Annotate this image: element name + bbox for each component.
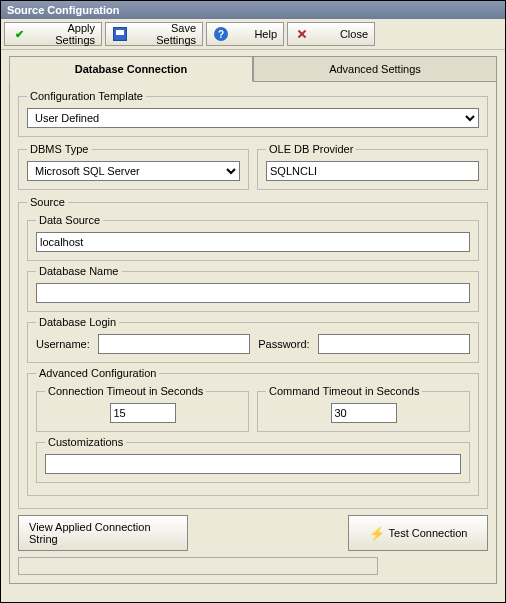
tab-advanced-settings[interactable]: Advanced Settings: [253, 56, 497, 82]
test-connection-button[interactable]: ⚡ Test Connection: [348, 515, 488, 551]
database-name-input[interactable]: [36, 283, 470, 303]
command-timeout-legend: Command Timeout in Seconds: [266, 385, 422, 397]
tab-strip: Database Connection Advanced Settings: [1, 56, 505, 82]
save-settings-button[interactable]: Save Settings: [105, 22, 203, 46]
ole-provider-legend: OLE DB Provider: [266, 143, 356, 155]
dbms-type-group: DBMS Type Microsoft SQL Server: [18, 143, 249, 190]
window-root: Source Configuration ✔ Apply Settings Sa…: [0, 0, 506, 603]
tab-database-connection-label: Database Connection: [75, 63, 187, 75]
view-connection-string-label: View Applied Connection String: [29, 521, 177, 545]
bottom-button-row: View Applied Connection String ⚡ Test Co…: [18, 515, 488, 551]
data-source-group: Data Source: [27, 214, 479, 261]
close-icon: [294, 26, 310, 42]
connection-timeout-group: Connection Timeout in Seconds: [36, 385, 249, 432]
customizations-legend: Customizations: [45, 436, 126, 448]
tab-panel: Configuration Template User Defined DBMS…: [9, 82, 497, 584]
close-label: Close: [314, 28, 368, 40]
database-login-group: Database Login Username: Password:: [27, 316, 479, 363]
configuration-template-select[interactable]: User Defined: [27, 108, 479, 128]
command-timeout-input[interactable]: [331, 403, 397, 423]
spacer: [196, 515, 340, 551]
window-title: Source Configuration: [1, 1, 505, 19]
help-icon: ?: [213, 26, 229, 42]
source-legend: Source: [27, 196, 68, 208]
status-box: [18, 557, 378, 575]
test-connection-label: Test Connection: [389, 527, 468, 539]
command-timeout-group: Command Timeout in Seconds: [257, 385, 470, 432]
database-name-group: Database Name: [27, 265, 479, 312]
username-input[interactable]: [98, 334, 250, 354]
bolt-icon: ⚡: [369, 526, 385, 541]
save-icon: [112, 26, 128, 42]
configuration-template-group: Configuration Template User Defined: [18, 90, 488, 137]
help-button[interactable]: ? Help: [206, 22, 284, 46]
ole-provider-group: OLE DB Provider: [257, 143, 488, 190]
password-label: Password:: [258, 338, 309, 350]
ole-provider-input[interactable]: [266, 161, 479, 181]
view-connection-string-button[interactable]: View Applied Connection String: [18, 515, 188, 551]
connection-timeout-legend: Connection Timeout in Seconds: [45, 385, 206, 397]
save-settings-label: Save Settings: [132, 22, 196, 46]
database-login-legend: Database Login: [36, 316, 119, 328]
customizations-group: Customizations: [36, 436, 470, 483]
database-name-legend: Database Name: [36, 265, 122, 277]
check-icon: ✔: [11, 26, 27, 42]
connection-timeout-input[interactable]: [110, 403, 176, 423]
tab-database-connection[interactable]: Database Connection: [9, 56, 253, 82]
data-source-input[interactable]: [36, 232, 470, 252]
configuration-template-legend: Configuration Template: [27, 90, 146, 102]
dbms-type-select[interactable]: Microsoft SQL Server: [27, 161, 240, 181]
close-button[interactable]: Close: [287, 22, 375, 46]
data-source-legend: Data Source: [36, 214, 103, 226]
dbms-type-legend: DBMS Type: [27, 143, 92, 155]
apply-settings-button[interactable]: ✔ Apply Settings: [4, 22, 102, 46]
help-label: Help: [233, 28, 277, 40]
source-group: Source Data Source Database Name Databas…: [18, 196, 488, 509]
password-input[interactable]: [318, 334, 470, 354]
tab-advanced-settings-label: Advanced Settings: [329, 63, 421, 75]
customizations-input[interactable]: [45, 454, 461, 474]
advanced-config-group: Advanced Configuration Connection Timeou…: [27, 367, 479, 496]
toolbar: ✔ Apply Settings Save Settings ? Help Cl…: [1, 19, 505, 50]
apply-settings-label: Apply Settings: [31, 22, 95, 46]
username-label: Username:: [36, 338, 90, 350]
advanced-config-legend: Advanced Configuration: [36, 367, 159, 379]
